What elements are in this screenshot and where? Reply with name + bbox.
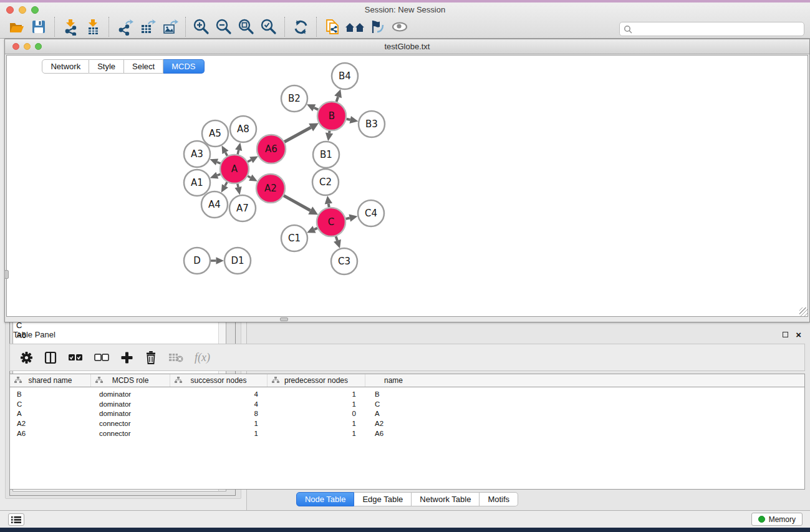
graph-node-A8[interactable]: A8 (230, 116, 256, 142)
graph-edge-A2-C[interactable] (284, 196, 318, 215)
graph-edge-C-C1[interactable] (307, 226, 317, 233)
graph-node-B[interactable]: B (317, 102, 346, 130)
graph-node-C4[interactable]: C4 (358, 200, 384, 226)
graph-edge-B-B1[interactable] (325, 131, 333, 141)
table-row-b[interactable]: Bdominator41B (10, 389, 804, 399)
column-header-name[interactable]: name (365, 374, 422, 387)
import-table-icon (85, 19, 102, 36)
graph-edge-A-A8[interactable] (235, 142, 242, 154)
table-tab-motifs[interactable]: Motifs (480, 492, 518, 506)
network-minimize-button[interactable] (24, 43, 31, 50)
graph-node-C[interactable]: C (317, 208, 345, 236)
network-vscroll-thumb[interactable] (4, 270, 9, 279)
zoom-out-button[interactable] (213, 16, 235, 37)
export-table-button[interactable] (136, 16, 158, 37)
graph-edge-A-A1[interactable] (210, 172, 221, 179)
zoom-fit-button[interactable] (235, 16, 258, 37)
graphics-details-button[interactable] (366, 16, 388, 37)
show-columns-icon[interactable] (44, 351, 57, 364)
graph-node-C2[interactable]: C2 (312, 169, 339, 195)
graph-edge-A-A4[interactable] (221, 182, 228, 193)
graph-node-D1[interactable]: D1 (224, 248, 251, 274)
save-session-button[interactable] (27, 16, 50, 37)
graph-node-B1[interactable]: B1 (313, 142, 339, 168)
graph-edge-D-D1[interactable] (211, 257, 224, 264)
table-settings-gear-icon[interactable] (20, 351, 33, 364)
graph-node-A[interactable]: A (220, 155, 249, 183)
graph-node-A6[interactable]: A6 (257, 135, 286, 163)
search-input[interactable] (632, 25, 804, 34)
open-session-button[interactable] (5, 16, 27, 37)
graph-edge-C-C3[interactable] (334, 236, 341, 248)
column-header-shared-name[interactable]: shared name (10, 374, 91, 387)
graph-node-A3[interactable]: A3 (184, 141, 210, 167)
graph-node-D[interactable]: D (184, 248, 210, 274)
show-hide-button[interactable] (388, 16, 411, 37)
table-row-c[interactable]: Cdominator41C (10, 399, 804, 409)
network-close-button[interactable] (12, 43, 19, 50)
tab-mcds[interactable]: MCDS (163, 59, 204, 74)
zoom-in-button[interactable] (190, 16, 213, 37)
graph-edge-B-B2[interactable] (307, 104, 318, 111)
memory-button[interactable]: Memory (751, 513, 803, 526)
table-row-a[interactable]: Adominator80A (10, 409, 804, 419)
graph-edge-A-A6[interactable] (248, 156, 258, 163)
graph-node-A5[interactable]: A5 (202, 120, 228, 147)
import-table-button[interactable] (82, 16, 104, 37)
graph-edge-C-C4[interactable] (345, 214, 357, 221)
task-history-button[interactable] (8, 513, 24, 526)
table-row-a6[interactable]: A6connector11A6 (10, 428, 804, 438)
graph-edge-A-A2[interactable] (248, 175, 258, 181)
refresh-button[interactable] (289, 16, 312, 37)
zoom-selected-button[interactable] (258, 16, 280, 37)
svg-text:A5: A5 (209, 128, 221, 139)
create-column-plus-icon[interactable] (120, 351, 133, 364)
graph-node-B3[interactable]: B3 (359, 111, 385, 137)
network-zoom-button[interactable] (35, 43, 42, 50)
graph-node-C3[interactable]: C3 (331, 248, 357, 274)
eye-icon (390, 19, 409, 35)
select-all-columns-icon[interactable] (68, 354, 83, 361)
graph-node-C1[interactable]: C1 (281, 225, 307, 251)
graph-node-A4[interactable]: A4 (201, 191, 228, 218)
table-tab-network-table[interactable]: Network Table (412, 492, 480, 506)
column-header-predecessor-nodes[interactable]: predecessor nodes (268, 374, 365, 387)
tab-style[interactable]: Style (89, 59, 124, 74)
graph-edge-A-A7[interactable] (234, 184, 241, 195)
tab-network[interactable]: Network (42, 59, 89, 74)
graph-node-A7[interactable]: A7 (229, 195, 256, 221)
graph-edge-A6-B[interactable] (284, 123, 319, 142)
export-image-icon (162, 19, 178, 36)
cybrowser-home-button[interactable] (344, 16, 366, 37)
search-field[interactable] (619, 22, 804, 36)
table-row-a2[interactable]: A2connector11A2 (10, 418, 804, 428)
graph-edge-A-A3[interactable] (210, 159, 220, 166)
graph-edge-C-C2[interactable] (325, 196, 332, 207)
window-header: Session: New Session (0, 2, 810, 39)
unselect-all-columns-icon[interactable] (94, 354, 109, 361)
clone-network-button[interactable] (321, 16, 344, 37)
network-hscroll-thumb[interactable] (280, 317, 288, 321)
graph-node-B2[interactable]: B2 (281, 85, 307, 112)
table-tab-edge-table[interactable]: Edge Table (354, 492, 412, 506)
graph-node-A1[interactable]: A1 (184, 170, 210, 196)
graph-node-B4[interactable]: B4 (332, 63, 358, 89)
table-close-icon[interactable]: × (796, 332, 801, 337)
graph-edge-B-B4[interactable] (334, 89, 342, 102)
main-area: Control Panel × NetworkStyleSelectMCDS O… (0, 39, 810, 510)
network-resize-grip[interactable] (799, 307, 808, 316)
graph-edge-B-B3[interactable] (347, 116, 359, 123)
delete-column-trash-icon[interactable] (145, 351, 157, 364)
column-header-mcds-role[interactable]: MCDS role (91, 374, 170, 387)
graph-edge-A-A5[interactable] (222, 145, 229, 156)
import-network-button[interactable] (59, 16, 82, 37)
table-tab-node-table[interactable]: Node Table (296, 492, 355, 506)
tab-select[interactable]: Select (124, 59, 163, 74)
column-header-successor-nodes[interactable]: successor nodes (170, 374, 268, 387)
export-network-button[interactable] (113, 16, 136, 37)
graph-node-A2[interactable]: A2 (256, 174, 285, 203)
network-canvas[interactable]: B4B2BB3A5A8A6A3B1AA1C2A2A4A7C4CC1DD1C3 (6, 55, 808, 317)
export-image-button[interactable] (158, 16, 181, 37)
table-float-icon[interactable] (783, 332, 788, 337)
network-window-titlebar[interactable]: testGlobe.txt (5, 39, 809, 54)
